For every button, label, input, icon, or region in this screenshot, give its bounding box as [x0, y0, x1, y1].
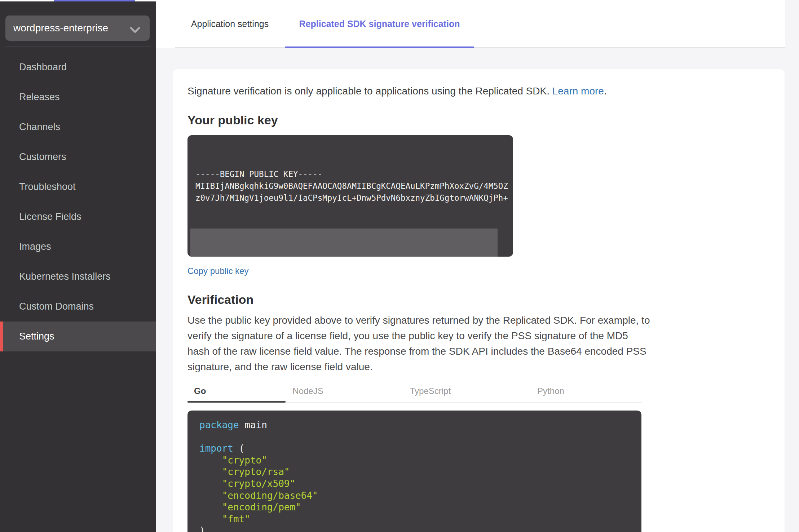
header-tab-bar: Application settings Replicated SDK sign… [156, 0, 785, 48]
sidebar-item-settings[interactable]: Settings [0, 322, 156, 351]
sidebar-item-kubernetes-installers[interactable]: Kubernetes Installers [0, 262, 156, 292]
active-tab-underline [285, 46, 474, 48]
code-line: "crypto/x509" [199, 478, 630, 490]
public-key-block: -----BEGIN PUBLIC KEY-----MIIBIjANBgkqhk… [187, 135, 513, 257]
intro-text: Signature verification is only applicabl… [187, 84, 770, 98]
public-key-line: MIIBIjANBgkqhkiG9w0BAQEFAAOCAQ8AMIIBCgKC… [195, 180, 505, 192]
sidebar: wordpress-enterprise DashboardReleasesCh… [0, 0, 156, 532]
code-line [199, 431, 630, 443]
code-block: package main import ( "crypto" "crypto/r… [187, 411, 641, 532]
public-key-line: -----BEGIN PUBLIC KEY----- [195, 168, 505, 180]
code-line: import ( [199, 443, 630, 455]
public-key-line: z0v7Jh7M1NgV1joeu9l1/IaCPsMpyIcL+Dnw5Pdv… [195, 192, 505, 204]
sidebar-item-license-fields[interactable]: License Fields [0, 202, 156, 232]
sidebar-item-dashboard[interactable]: Dashboard [0, 52, 156, 82]
intro-sentence: Signature verification is only applicabl… [187, 85, 549, 97]
code-line: "encoding/base64" [199, 490, 630, 502]
copy-public-key-link[interactable]: Copy public key [187, 266, 248, 276]
code-line: package main [199, 419, 630, 431]
sidebar-item-customers[interactable]: Customers [0, 142, 156, 172]
content-card: Signature verification is only applicabl… [173, 69, 785, 532]
intro-period: . [604, 85, 607, 97]
top-accent-bar [54, 0, 135, 1]
redacted-key-overlay [190, 229, 498, 257]
language-tabs: GoNodeJSTypeScriptPython [187, 380, 642, 403]
tab-replicated-sdk-signature-verification[interactable]: Replicated SDK signature verification [285, 0, 474, 48]
code-line: "crypto/rsa" [199, 466, 630, 478]
language-tab-python[interactable]: Python [537, 386, 564, 396]
verification-description: Use the public key provided above to ver… [187, 312, 653, 374]
public-key-title: Your public key [187, 113, 770, 127]
sidebar-item-troubleshoot[interactable]: Troubleshoot [0, 172, 156, 202]
code-line: "crypto" [199, 455, 630, 466]
code-line: "encoding/pem" [199, 501, 630, 513]
public-key-text: -----BEGIN PUBLIC KEY-----MIIBIjANBgkqhk… [195, 168, 505, 204]
sidebar-nav: DashboardReleasesChannelsCustomersTroubl… [0, 52, 156, 351]
active-language-underline [187, 401, 286, 403]
sidebar-divider [5, 46, 151, 47]
tab-application-settings[interactable]: Application settings [175, 0, 285, 48]
verification-title: Verification [187, 293, 770, 307]
language-tab-go[interactable]: Go [194, 386, 206, 396]
app-selector-dropdown[interactable]: wordpress-enterprise [5, 15, 150, 41]
sidebar-item-custom-domains[interactable]: Custom Domains [0, 292, 156, 322]
top-strip [0, 0, 156, 1]
app-selector-value: wordpress-enterprise [13, 22, 130, 34]
tab-label: Replicated SDK signature verification [299, 19, 460, 29]
sidebar-item-channels[interactable]: Channels [0, 112, 156, 142]
learn-more-link[interactable]: Learn more [552, 85, 604, 97]
language-tab-nodejs[interactable]: NodeJS [292, 386, 323, 396]
tab-label: Application settings [191, 19, 269, 29]
code-line: "fmt" [199, 513, 630, 525]
sidebar-item-images[interactable]: Images [0, 232, 156, 262]
language-tab-typescript[interactable]: TypeScript [410, 386, 451, 396]
code-line: ) [199, 525, 630, 532]
sidebar-item-releases[interactable]: Releases [0, 82, 156, 112]
chevron-down-icon [130, 23, 140, 33]
